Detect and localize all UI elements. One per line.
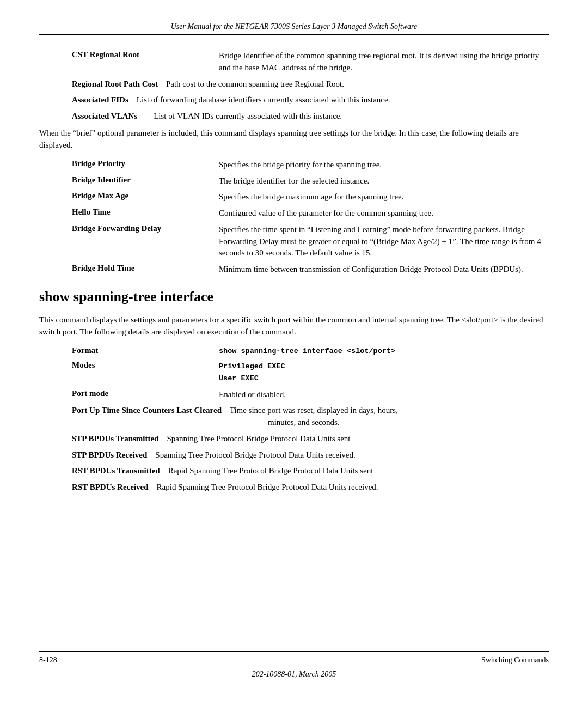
desc-associated-fids: List of forwarding database identifiers … (137, 95, 390, 104)
desc-rst-bpdus-received: Rapid Spanning Tree Protocol Bridge Prot… (157, 483, 378, 491)
def-entry-cst: CST Regional Root Bridge Identifier of t… (72, 50, 549, 74)
term-stp-bpdus-transmitted: STP BPDUs Transmitted (72, 434, 158, 443)
page-footer: 8-128 Switching Commands (39, 651, 549, 665)
inline-def-associated-vlans: Associated VLANs List of VLAN IDs curren… (72, 111, 549, 123)
spacer-0 (160, 80, 164, 88)
desc-bridge-hold-time: Minimum time between transmission of Con… (219, 264, 549, 276)
def-entry-bridge-max-age: Bridge Max Age Specifies the bridge maxi… (72, 191, 549, 203)
footer-left: 8-128 (39, 656, 57, 665)
page-header: User Manual for the NETGEAR 7300S Series… (39, 22, 549, 35)
inline-def-stp-bpdus-received: STP BPDUs Received Spanning Tree Protoco… (72, 449, 549, 461)
def-entry-format: Format show spanning-tree interface <slo… (72, 346, 549, 357)
term-bridge-forwarding-delay: Bridge Forwarding Delay (72, 224, 219, 259)
inline-def-port-up-time: Port Up Time Since Counters Last Cleared… (72, 405, 549, 429)
inline-def-regional-root-path-cost: Regional Root Path Cost Path cost to the… (72, 78, 549, 90)
def-entry-hello-time: Hello Time Configured value of the param… (72, 208, 549, 220)
spacer-2 (139, 112, 152, 120)
desc-rst-bpdus-transmitted: Rapid Spanning Tree Protocol Bridge Prot… (168, 466, 373, 475)
desc-hello-time: Configured value of the parameter for th… (219, 208, 549, 220)
desc-cst-regional-root: Bridge Identifier of the common spanning… (219, 50, 549, 74)
paragraph-brief: When the “brief” optional parameter is i… (39, 127, 549, 151)
desc-bridge-forwarding-delay: Specifies the time spent in “Listening a… (219, 224, 549, 259)
term-port-up-time: Port Up Time Since Counters Last Cleared (72, 406, 222, 415)
footer-right: Switching Commands (481, 656, 549, 665)
desc-bridge-priority: Specifies the bridge priority for the sp… (219, 159, 549, 171)
term-associated-vlans: Associated VLANs (72, 112, 137, 120)
brief-defs-block: Bridge Priority Specifies the bridge pri… (72, 159, 549, 276)
term-bridge-max-age: Bridge Max Age (72, 191, 219, 203)
desc-stp-bpdus-received: Spanning Tree Protocol Bridge Protocol D… (155, 451, 355, 459)
footer-center-text: 202-10088-01, March 2005 (252, 670, 336, 678)
term-rst-bpdus-transmitted: RST BPDUs Transmitted (72, 466, 160, 475)
paragraph-command-desc: This command displays the settings and p… (39, 314, 549, 338)
header-text: User Manual for the NETGEAR 7300S Series… (171, 22, 418, 31)
def-entry-bridge-identifier: Bridge Identifier The bridge identifier … (72, 175, 549, 187)
term-associated-fids: Associated FIDs (72, 95, 128, 104)
inline-def-rst-bpdus-transmitted: RST BPDUs Transmitted Rapid Spanning Tre… (72, 465, 549, 477)
modes-privileged-exec: Privileged EXEC (219, 361, 549, 373)
term-format: Format (72, 346, 219, 357)
top-defs-block: CST Regional Root Bridge Identifier of t… (72, 50, 549, 74)
desc-format: show spanning-tree interface <slot/port> (219, 346, 549, 357)
footer-center: 202-10088-01, March 2005 (39, 670, 549, 679)
inline-def-associated-fids: Associated FIDs List of forwarding datab… (72, 94, 549, 106)
term-bridge-hold-time: Bridge Hold Time (72, 264, 219, 276)
term-rst-bpdus-received: RST BPDUs Received (72, 483, 149, 491)
inline-bottom-defs: Port Up Time Since Counters Last Cleared… (72, 405, 549, 494)
def-entry-modes: Modes Privileged EXEC User EXEC (72, 361, 549, 384)
def-entry-bridge-hold-time: Bridge Hold Time Minimum time between tr… (72, 264, 549, 276)
term-port-mode: Port mode (72, 389, 219, 401)
inline-top-defs: Regional Root Path Cost Path cost to the… (72, 78, 549, 123)
desc-modes: Privileged EXEC User EXEC (219, 361, 549, 384)
desc-port-up-time: Time since port was reset, displayed in … (230, 406, 398, 415)
modes-user-exec: User EXEC (219, 373, 549, 385)
spacer-1 (131, 95, 135, 104)
inline-def-stp-bpdus-transmitted: STP BPDUs Transmitted Spanning Tree Prot… (72, 433, 549, 445)
def-entry-port-mode: Port mode Enabled or disabled. (72, 389, 549, 401)
command-defs-block: Format show spanning-tree interface <slo… (72, 346, 549, 401)
section-heading-show-spanning-tree-interface: show spanning-tree interface (39, 289, 549, 305)
desc-port-mode: Enabled or disabled. (219, 389, 549, 401)
def-entry-bridge-priority: Bridge Priority Specifies the bridge pri… (72, 159, 549, 171)
inline-def-rst-bpdus-received: RST BPDUs Received Rapid Spanning Tree P… (72, 482, 549, 494)
term-bridge-identifier: Bridge Identifier (72, 175, 219, 187)
def-entry-bridge-forwarding-delay: Bridge Forwarding Delay Specifies the ti… (72, 224, 549, 259)
desc-port-up-time-cont: minutes, and seconds. (268, 417, 549, 429)
desc-regional-root-path-cost: Path cost to the common spanning tree Re… (166, 80, 344, 88)
footer-wrap: 8-128 Switching Commands 202-10088-01, M… (39, 640, 549, 679)
term-hello-time: Hello Time (72, 208, 219, 220)
desc-stp-bpdus-transmitted: Spanning Tree Protocol Bridge Protocol D… (167, 434, 350, 443)
term-cst-regional-root: CST Regional Root (72, 50, 219, 74)
term-regional-root-path-cost: Regional Root Path Cost (72, 80, 158, 88)
desc-associated-vlans: List of VLAN IDs currently associated wi… (154, 112, 342, 120)
desc-bridge-identifier: The bridge identifier for the selected i… (219, 175, 549, 187)
main-content: CST Regional Root Bridge Identifier of t… (39, 50, 549, 640)
term-modes: Modes (72, 361, 219, 384)
term-stp-bpdus-received: STP BPDUs Received (72, 451, 147, 459)
desc-bridge-max-age: Specifies the bridge maximum age for the… (219, 191, 549, 203)
term-bridge-priority: Bridge Priority (72, 159, 219, 171)
